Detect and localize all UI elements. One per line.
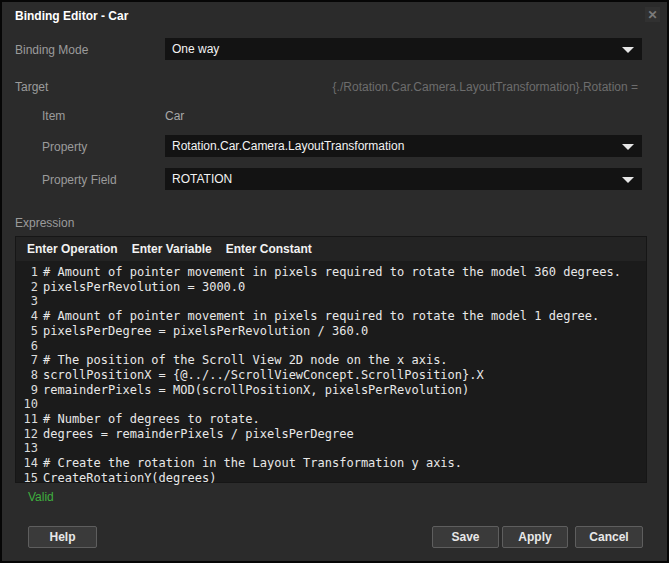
code-line: 8scrollPositionX = {@../../ScrollViewCon… <box>16 368 646 383</box>
line-number: 3 <box>16 294 38 309</box>
line-number: 15 <box>16 471 38 486</box>
expression-code-editor[interactable]: 1# Amount of pointer movement in pixels … <box>16 261 646 486</box>
binding-mode-value: One way <box>172 42 219 56</box>
line-number: 6 <box>16 339 38 354</box>
property-field-label: Property Field <box>42 173 117 187</box>
line-number: 9 <box>16 383 38 398</box>
toolbar-button-enter-constant[interactable]: Enter Constant <box>220 238 318 260</box>
line-number: 14 <box>16 456 38 471</box>
code-line: 12degrees = remainderPixels / pixelsPerD… <box>16 427 646 442</box>
code-line: 15CreateRotationY(degrees) <box>16 471 646 486</box>
expression-toolbar: Enter OperationEnter VariableEnter Const… <box>16 237 646 261</box>
line-number: 13 <box>16 441 38 456</box>
binding-mode-label: Binding Mode <box>15 43 88 57</box>
code-text: # Amount of pointer movement in pixels r… <box>43 309 599 324</box>
chevron-down-icon <box>622 144 634 150</box>
property-dropdown[interactable]: Rotation.Car.Camera.LayoutTransformation <box>165 135 642 157</box>
binding-target-preview: {./Rotation.Car.Camera.LayoutTransformat… <box>333 80 638 94</box>
line-number: 2 <box>16 280 38 295</box>
toolbar-button-enter-variable[interactable]: Enter Variable <box>126 238 218 260</box>
binding-editor-dialog: Binding Editor - Car ✕ Binding Mode One … <box>0 0 669 563</box>
code-text: degrees = remainderPixels / pixelsPerDeg… <box>43 427 354 442</box>
close-icon[interactable]: ✕ <box>645 7 660 22</box>
code-text: # The position of the Scroll View 2D nod… <box>43 353 448 368</box>
property-field-dropdown[interactable]: ROTATION <box>165 168 642 190</box>
dialog-title: Binding Editor - Car <box>15 9 128 23</box>
code-line: 9remainderPixels = MOD(scrollPositionX, … <box>16 383 646 398</box>
code-line: 1# Amount of pointer movement in pixels … <box>16 265 646 280</box>
chevron-down-icon <box>622 47 634 53</box>
code-text: pixelsPerRevolution = 3000.0 <box>43 280 245 295</box>
property-field-value: ROTATION <box>172 172 232 186</box>
code-text: # Amount of pointer movement in pixels r… <box>43 265 621 280</box>
line-number: 10 <box>16 397 38 412</box>
line-number: 8 <box>16 368 38 383</box>
chevron-down-icon <box>622 177 634 183</box>
code-line: 4# Amount of pointer movement in pixels … <box>16 309 646 324</box>
code-text: remainderPixels = MOD(scrollPositionX, p… <box>43 383 469 398</box>
line-number: 12 <box>16 427 38 442</box>
code-text: # Number of degrees to rotate. <box>43 412 260 427</box>
cancel-button[interactable]: Cancel <box>575 526 643 548</box>
code-line: 10 <box>16 397 646 412</box>
binding-mode-dropdown[interactable]: One way <box>165 38 642 60</box>
code-text: # Create the rotation in the Layout Tran… <box>43 456 462 471</box>
code-line: 13 <box>16 441 646 456</box>
apply-button[interactable]: Apply <box>502 526 568 548</box>
code-line: 5pixelsPerDegree = pixelsPerRevolution /… <box>16 324 646 339</box>
validation-status: Valid <box>28 490 54 504</box>
code-line: 6 <box>16 339 646 354</box>
code-text: pixelsPerDegree = pixelsPerRevolution / … <box>43 324 368 339</box>
help-button[interactable]: Help <box>28 526 97 548</box>
code-line: 7# The position of the Scroll View 2D no… <box>16 353 646 368</box>
line-number: 1 <box>16 265 38 280</box>
item-value: Car <box>165 109 184 123</box>
property-label: Property <box>42 140 87 154</box>
line-number: 7 <box>16 353 38 368</box>
save-button[interactable]: Save <box>432 526 499 548</box>
item-label: Item <box>42 109 65 123</box>
code-line: 3 <box>16 294 646 309</box>
code-text: scrollPositionX = {@../../ScrollViewConc… <box>43 368 484 383</box>
code-line: 2pixelsPerRevolution = 3000.0 <box>16 280 646 295</box>
target-section-label: Target <box>15 80 48 94</box>
expression-panel: Enter OperationEnter VariableEnter Const… <box>15 236 647 483</box>
code-text: CreateRotationY(degrees) <box>43 471 216 486</box>
property-value: Rotation.Car.Camera.LayoutTransformation <box>172 139 404 153</box>
expression-section-label: Expression <box>15 216 74 230</box>
code-line: 14# Create the rotation in the Layout Tr… <box>16 456 646 471</box>
line-number: 11 <box>16 412 38 427</box>
toolbar-button-enter-operation[interactable]: Enter Operation <box>21 238 124 260</box>
line-number: 4 <box>16 309 38 324</box>
code-line: 11# Number of degrees to rotate. <box>16 412 646 427</box>
line-number: 5 <box>16 324 38 339</box>
